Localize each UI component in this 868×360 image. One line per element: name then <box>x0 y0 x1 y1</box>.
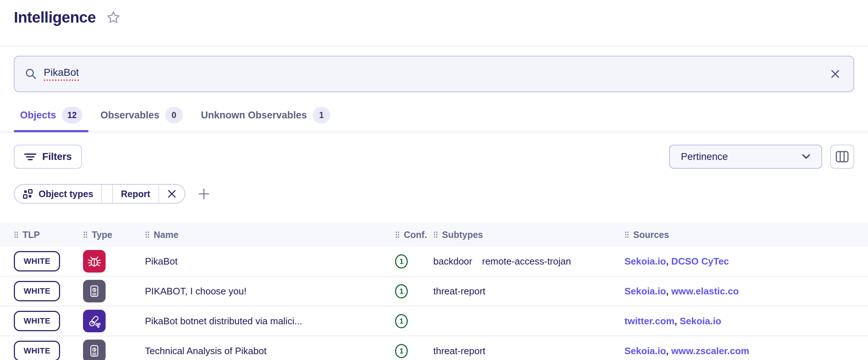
subtypes-cell: threat-report <box>433 345 624 357</box>
object-name[interactable]: PIKABOT, I choose you! <box>145 286 395 297</box>
sources-cell: Sekoia.io, www.zscaler.com <box>624 345 854 357</box>
object-name[interactable]: PikaBot botnet distributed via malici... <box>145 316 395 327</box>
column-settings-button[interactable] <box>830 145 854 169</box>
page-title: Intelligence <box>14 9 96 26</box>
sources-cell: Sekoia.io, www.elastic.co <box>624 286 854 297</box>
clear-search-button[interactable] <box>829 68 841 80</box>
tlp-badge: WHITE <box>14 281 60 301</box>
drag-handle-icon[interactable] <box>145 231 150 238</box>
subtypes-cell: backdoorremote-access-trojan <box>433 256 624 267</box>
source-link[interactable]: www.zscaler.com <box>671 345 749 356</box>
tab-count-badge: 1 <box>313 107 330 124</box>
close-icon <box>829 68 841 80</box>
confidence-badge: 1 <box>395 254 408 269</box>
column-header-conf[interactable]: Conf. <box>395 230 433 240</box>
filter-chip-value-label: Report <box>121 189 150 199</box>
intelligence-page: Intelligence PikaBot Objects 12 Observab… <box>0 0 868 360</box>
filter-chip-object-types[interactable]: Object types Report <box>14 184 185 204</box>
remove-filter-button[interactable] <box>158 185 185 203</box>
column-header-subtypes[interactable]: Subtypes <box>433 230 624 240</box>
column-label: Sources <box>633 230 669 240</box>
subtype-label: remote-access-trojan <box>482 256 571 267</box>
column-header-tlp[interactable]: TLP <box>14 230 83 240</box>
source-separator: , <box>666 345 671 356</box>
toolbar: Filters Pertinence <box>0 145 868 169</box>
confidence-badge: 1 <box>395 314 408 328</box>
confidence-badge: 1 <box>395 284 408 298</box>
column-label: Name <box>154 230 178 240</box>
tab-unknown-observables[interactable]: Unknown Observables 1 <box>195 103 336 132</box>
results-table: TLP Type Name Conf. Subtypes Sources <box>0 223 868 360</box>
malware-icon <box>83 250 106 273</box>
filter-chip-category[interactable]: Object types <box>15 185 101 203</box>
subtype-label: backdoor <box>433 256 472 267</box>
source-link[interactable]: DCSO CyTec <box>671 256 729 267</box>
tab-count-badge: 12 <box>62 107 82 124</box>
active-filters-row: Object types Report <box>0 184 868 204</box>
tlp-badge: WHITE <box>14 311 60 331</box>
source-link[interactable]: Sekoia.io <box>680 316 721 326</box>
column-header-type[interactable]: Type <box>83 230 145 240</box>
source-link[interactable]: twitter.com <box>624 316 674 326</box>
object-name[interactable]: PikaBot <box>145 256 395 267</box>
report-icon <box>83 280 106 302</box>
drag-handle-icon[interactable] <box>395 231 400 238</box>
search-section: PikaBot <box>0 46 868 92</box>
source-separator: , <box>666 286 671 297</box>
add-filter-button[interactable] <box>198 188 210 200</box>
column-label: Type <box>92 230 113 240</box>
object-name[interactable]: Technical Analysis of Pikabot <box>145 345 395 357</box>
filters-button[interactable]: Filters <box>14 145 82 169</box>
confidence-badge: 1 <box>395 344 408 358</box>
table-body: WHITEPikaBot1backdoorremote-access-troja… <box>0 247 868 360</box>
table-header: TLP Type Name Conf. Subtypes Sources <box>0 223 868 247</box>
source-link[interactable]: Sekoia.io <box>624 345 666 356</box>
close-icon <box>167 189 177 199</box>
table-row[interactable]: WHITEPikaBot botnet distributed via mali… <box>0 306 868 336</box>
filter-chip-operator[interactable] <box>101 185 112 203</box>
source-link[interactable]: Sekoia.io <box>624 286 666 297</box>
drag-handle-icon[interactable] <box>433 231 438 238</box>
tlp-badge: WHITE <box>14 341 60 360</box>
column-header-name[interactable]: Name <box>145 230 395 240</box>
tlp-badge: WHITE <box>14 251 60 271</box>
source-link[interactable]: www.elastic.co <box>671 286 739 297</box>
filters-label: Filters <box>42 151 72 163</box>
sort-selected-value: Pertinence <box>681 151 728 163</box>
tab-observables[interactable]: Observables 0 <box>94 103 189 132</box>
subtypes-cell: threat-report <box>433 286 624 297</box>
star-outline-icon <box>107 11 120 24</box>
column-label: TLP <box>23 230 40 240</box>
search-value[interactable]: PikaBot <box>44 67 79 81</box>
filter-chip-value[interactable]: Report <box>112 185 158 203</box>
source-separator: , <box>674 316 679 326</box>
source-link[interactable]: Sekoia.io <box>624 256 666 267</box>
object-types-grid-icon <box>23 189 33 199</box>
table-row[interactable]: WHITEPIKABOT, I choose you!1threat-repor… <box>0 277 868 306</box>
filter-chip-category-label: Object types <box>39 189 93 199</box>
sort-select[interactable]: Pertinence <box>669 145 822 169</box>
tab-label: Observables <box>100 110 159 121</box>
table-row[interactable]: WHITETechnical Analysis of Pikabot1threa… <box>0 336 868 360</box>
tab-label: Unknown Observables <box>201 110 307 121</box>
drag-handle-icon[interactable] <box>83 231 88 238</box>
filter-icon <box>24 151 36 162</box>
columns-icon <box>836 151 849 163</box>
tab-count-badge: 0 <box>165 107 183 124</box>
search-input[interactable]: PikaBot <box>14 56 854 92</box>
source-separator: , <box>666 256 671 267</box>
report-icon <box>83 340 106 360</box>
search-icon <box>25 68 37 80</box>
campaign-icon <box>83 310 106 332</box>
table-row[interactable]: WHITEPikaBot1backdoorremote-access-troja… <box>0 247 868 277</box>
drag-handle-icon[interactable] <box>14 231 19 238</box>
column-label: Subtypes <box>442 230 483 240</box>
column-header-sources[interactable]: Sources <box>624 230 854 240</box>
drag-handle-icon[interactable] <box>624 231 629 238</box>
favorite-button[interactable] <box>107 11 120 24</box>
result-tabs: Objects 12 Observables 0 Unknown Observa… <box>0 103 868 132</box>
chevron-down-icon <box>802 154 810 160</box>
subtype-label: threat-report <box>433 345 485 357</box>
tab-objects[interactable]: Objects 12 <box>14 103 88 132</box>
page-header: Intelligence <box>0 0 868 46</box>
